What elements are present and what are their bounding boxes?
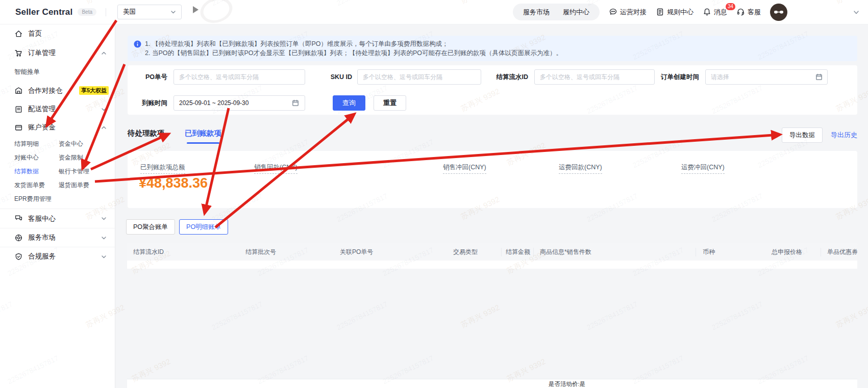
chat-icon [14, 214, 23, 223]
col-product-info: 商品信息*销售件数 [534, 248, 696, 256]
tab-pending-payments[interactable]: 待处理款项 [128, 128, 165, 144]
settlement-table: 结算流水ID 结算批次号 关联PO单号 交易类型 结算金额 商品信息*销售件数 … [127, 243, 857, 269]
export-history-link[interactable]: 导出历史 [831, 131, 857, 140]
po-number-input[interactable] [173, 69, 305, 85]
settlement-flow-id-input[interactable] [534, 69, 655, 85]
sales-chargeback-label: 销售冲回(CNY) [443, 163, 486, 174]
sidebar-subitem-smart-push[interactable]: 智能推单 [0, 63, 115, 81]
sidebar-subitem-settlement-data-active[interactable]: 结算数据 [14, 167, 39, 175]
sidebar-item-label: 合规服务 [28, 252, 56, 261]
header-collapse-chevron[interactable] [853, 9, 860, 16]
table-partial-row: 是否活动价:是 [127, 379, 857, 388]
sidebar-item-support-center[interactable]: 客服中心 [0, 209, 115, 228]
sidebar-subitem-reconciliation[interactable]: 对账中心 [14, 153, 39, 162]
nav-label: 运营对接 [620, 8, 647, 17]
order-created-time-label: 订单创建时间 [648, 69, 699, 85]
received-total-amount: ¥48,838.36 [139, 175, 208, 191]
header-pill-nav: 服务市场 履约中心 [513, 4, 600, 20]
headset-icon [736, 8, 745, 16]
sku-id-input[interactable] [357, 69, 481, 85]
sidebar-subitem-funds-center[interactable]: 资金中心 [59, 139, 83, 148]
nav-fulfillment-center[interactable]: 履约中心 [563, 8, 589, 17]
sidebar-item-label: 账户资金 [28, 123, 56, 132]
arrival-time-label: 到账时间 [128, 95, 167, 111]
cart-icon [14, 49, 23, 58]
nav-label: 客服 [748, 8, 761, 17]
header-divider [106, 8, 106, 16]
tab-received-payments[interactable]: 已到账款项 [185, 128, 222, 144]
sidebar-item-service-market[interactable]: 服务市场 [0, 228, 115, 247]
sidebar-item-account-funds[interactable]: 账户资金 [0, 118, 115, 137]
col-currency: 币种 [696, 248, 762, 256]
nav-messages[interactable]: 消息 34 [703, 8, 727, 17]
table-header-row: 结算流水ID 结算批次号 关联PO单号 交易类型 结算金额 商品信息*销售件数 … [127, 243, 857, 261]
sidebar-item-label: 合作对接仓 [28, 86, 63, 95]
sidebar-subitem-shipping-label-fee[interactable]: 发货面单费 [14, 180, 45, 189]
sidebar-subitem-settlement-detail[interactable]: 结算明细 [14, 139, 39, 148]
sidebar-subitem-bank-cards[interactable]: 银行卡管理 [59, 167, 89, 175]
region-select[interactable]: 美国 [117, 5, 182, 19]
sidebar-subitem-label: 智能推单 [14, 68, 40, 76]
sku-id-label: SKU ID [311, 69, 352, 85]
export-data-button[interactable]: 导出数据 [782, 127, 823, 143]
arrival-time-input[interactable] [173, 95, 305, 111]
message-count-badge: 34 [726, 3, 735, 10]
chevron-down-icon [101, 216, 107, 221]
order-created-time-input[interactable] [705, 69, 828, 85]
sidebar-item-orders[interactable]: 订单管理 [0, 43, 115, 63]
col-transaction-type: 交易类型 [447, 248, 501, 256]
sidebar-item-partner-warehouse[interactable]: 合作对接仓 享5大权益 [0, 81, 115, 100]
nav-label: 消息 [714, 8, 727, 17]
banner-line-1: 1. 【待处理款项】列表和【已到账款项】列表按照订单（即PO）维度展示，每个订单… [145, 39, 851, 48]
compass-icon [14, 234, 23, 242]
sidebar-item-label: 首页 [28, 29, 42, 38]
subtab-po-detail[interactable]: PO明细账单 [179, 219, 228, 235]
sidebar-subrow: 结算数据 银行卡管理 [0, 164, 115, 178]
sidebar-subitem-epr-fee[interactable]: EPR费用管理 [14, 194, 52, 203]
region-select-value: 美国 [123, 8, 170, 16]
calendar-icon [292, 99, 299, 107]
col-related-po: 关联PO单号 [334, 248, 447, 256]
document-icon [656, 8, 664, 16]
sidebar: 首页 订单管理 智能推单 合作对接仓 享5大权益 配送管理 账户资金 结算明细 … [0, 24, 115, 388]
nav-service-market[interactable]: 服务市场 [523, 8, 550, 17]
freight-chargeback-label: 运费冲回(CNY) [681, 163, 725, 174]
main-content: 1. 【待处理款项】列表和【已到账款项】列表按照订单（即PO）维度展示，每个订单… [115, 24, 868, 388]
header-right: 服务市场 履约中心 运营对接 规则中心 消息 34 客服 [513, 4, 868, 21]
nav-ops-contact[interactable]: 运营对接 [609, 8, 647, 17]
partial-row-text: 是否活动价:是 [549, 380, 585, 388]
export-group: 导出数据 导出历史 [782, 127, 857, 143]
sidebar-item-label: 配送管理 [28, 105, 56, 114]
info-banner: 1. 【待处理款项】列表和【已到账款项】列表按照订单（即PO）维度展示，每个订单… [128, 36, 857, 61]
received-total-label: 已到账款项总额 [140, 163, 185, 174]
chevron-down-icon [101, 107, 107, 112]
warehouse-icon [14, 86, 23, 95]
home-icon [14, 30, 23, 38]
sidebar-item-home[interactable]: 首页 [0, 24, 115, 43]
po-number-label: PO单号 [128, 69, 167, 85]
nav-support[interactable]: 客服 [736, 8, 761, 17]
sidebar-subitem-funds-limit[interactable]: 资金限制 [59, 153, 83, 162]
reset-button[interactable]: 重置 [374, 95, 406, 111]
sales-payment-label: 销售回款(CNY) [254, 163, 297, 174]
summary-panel: 已到账款项总额 销售回款(CNY) 销售冲回(CNY) 运费回款(CNY) 运费… [128, 151, 857, 208]
banner-line-2: 2. 当PO的【销售回款】已到账时该PO才会显示至【已到账款项】列表；【待处理款… [145, 48, 851, 58]
col-settlement-batch: 结算批次号 [239, 248, 334, 256]
sidebar-item-delivery[interactable]: 配送管理 [0, 100, 115, 118]
nav-rule-center[interactable]: 规则中心 [656, 8, 693, 17]
subtab-po-aggregate[interactable]: PO聚合账单 [126, 219, 175, 235]
benefit-badge: 享5大权益 [79, 86, 109, 95]
avatar[interactable] [770, 4, 787, 21]
settlement-flow-id-label: 结算流水ID [467, 69, 528, 85]
bell-icon [703, 8, 711, 16]
clipboard-icon [14, 105, 23, 114]
sidebar-subrow: 对账中心 资金限制 [0, 150, 115, 164]
search-button[interactable]: 查询 [333, 95, 365, 111]
col-item-coupon: 单品优惠券金额 [821, 248, 857, 256]
nav-label: 规则中心 [667, 8, 693, 17]
sidebar-item-compliance[interactable]: 合规服务 [0, 247, 115, 266]
sidebar-subrow: EPR费用管理 [0, 192, 115, 205]
sidebar-subitem-return-label-fee[interactable]: 退货面单费 [59, 180, 89, 189]
chevron-up-icon [101, 125, 107, 131]
chevron-down-icon [101, 254, 107, 260]
